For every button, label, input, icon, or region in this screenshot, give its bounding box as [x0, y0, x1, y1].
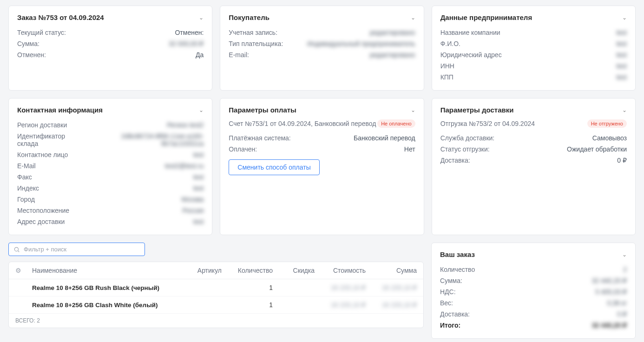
kv-value: Самовывоз [592, 134, 627, 142]
kv-row: Количество2 [440, 264, 627, 275]
kv-row: Доставка:0 ₽ [440, 309, 627, 320]
kv-row: Текущий статус:Отменен: [17, 27, 204, 38]
chevron-down-icon[interactable]: ⌄ [411, 14, 415, 21]
items-section: ⚙ Наименование Артикул Количество Скидка… [8, 243, 424, 328]
kv-key: Учетная запись: [229, 29, 277, 36]
order-title: Заказ №753 от 04.09.2024 [17, 13, 104, 21]
kv-row: НДС:5 405,03 ₽ [440, 286, 627, 297]
kv-value: 0 ₽ [617, 157, 627, 164]
item-name: Realme 10 8+256 GB Clash White (белый) [32, 302, 180, 309]
kv-row: Индексtest [17, 183, 204, 194]
table-row[interactable]: Realme 10 8+256 GB Rush Black (черный)11… [9, 279, 423, 296]
table-header: ⚙ Наименование Артикул Количество Скидка… [9, 262, 423, 279]
buyer-card: Покупатель ⌄ Учетная запись:редактирован… [220, 6, 424, 91]
kv-row: Служба доставки:Самовывоз [440, 132, 627, 144]
payment-card: Параметры оплаты ⌄ Счет №753/1 от 04.09.… [220, 98, 424, 235]
kv-row: ГородМосква [17, 194, 204, 205]
kv-value: редактировано [370, 29, 415, 36]
search-input[interactable] [24, 246, 140, 253]
footer-label: ВСЕГО: [15, 317, 35, 324]
kv-row: Оплачен:Нет [229, 144, 415, 155]
svg-line-1 [18, 250, 20, 252]
kv-key: Доставка: [440, 310, 470, 318]
chevron-down-icon[interactable]: ⌄ [622, 251, 627, 258]
order-rows: Текущий статус:Отменен:Сумма:32 000,00 ₽… [17, 27, 204, 60]
col-name: Наименование [32, 267, 180, 274]
contact-title: Контактная информация [17, 106, 103, 114]
kv-value: 2 [623, 266, 627, 273]
kv-key: КПП [440, 73, 453, 81]
kv-row: Регион доставкиРегион test2 [17, 119, 204, 131]
kv-key: НДС: [440, 288, 456, 296]
kv-value: Банковский перевод [354, 134, 415, 142]
kv-value: 2d8c86724-8f66-11ee-a183-9b7ac10331ca [85, 132, 204, 147]
kv-key: Индекс [17, 184, 39, 192]
kv-value: Да [196, 51, 204, 59]
item-price: 16 220,10 ₽ [315, 284, 366, 291]
chevron-down-icon[interactable]: ⌄ [622, 107, 627, 113]
kv-row: Тип плательщика:Индивидуальный предприни… [229, 38, 415, 49]
summary-card: Ваш заказ ⌄ Количество2Сумма:32 440,20 ₽… [431, 243, 636, 339]
kv-row: Идентификатор склада2d8c86724-8f66-11ee-… [17, 131, 204, 149]
total-value: 32 440,20 ₽ [592, 322, 627, 329]
kv-value: 0 ₽ [617, 310, 627, 318]
entrepreneur-title: Данные предпринимателя [440, 13, 532, 21]
col-sum: Сумма [366, 267, 417, 274]
kv-value: Москва [182, 196, 204, 203]
kv-row: Доставка:0 ₽ [440, 155, 627, 166]
kv-row: Статус отгрузки:Ожидает обработки [440, 144, 627, 155]
kv-value: test [616, 51, 627, 59]
kv-row: Отменен:Да [17, 49, 204, 60]
items-table: ⚙ Наименование Артикул Количество Скидка… [8, 262, 424, 328]
item-sum: 16 220,10 ₽ [366, 301, 417, 309]
kv-key: Статус отгрузки: [440, 145, 490, 153]
kv-row: Учетная запись:редактировано [229, 27, 415, 38]
kv-row: Факсtest [17, 171, 204, 183]
item-qty: 1 [222, 284, 273, 291]
chevron-down-icon[interactable]: ⌄ [199, 107, 204, 113]
payment-title: Параметры оплаты [229, 106, 296, 114]
kv-row: Контактное лицоtest [17, 149, 204, 160]
entrepreneur-card: Данные предпринимателя ⌄ Название компан… [432, 6, 636, 91]
chevron-down-icon[interactable]: ⌄ [199, 14, 204, 21]
table-footer: ВСЕГО: 2 [9, 314, 423, 328]
kv-value: test [193, 151, 204, 158]
kv-value: test [616, 73, 627, 81]
table-row[interactable]: Realme 10 8+256 GB Clash White (белый)11… [9, 296, 423, 314]
col-price: Стоимость [315, 267, 366, 274]
delivery-card: Параметры доставки ⌄ Отгрузка №753/2 от … [432, 98, 636, 235]
order-card: Заказ №753 от 04.09.2024 ⌄ Текущий стату… [8, 6, 212, 91]
kv-key: Текущий статус: [17, 29, 66, 36]
kv-row: E-Mailtest2@test.ru [17, 160, 204, 171]
col-discount: Скидка [273, 267, 315, 274]
chevron-down-icon[interactable]: ⌄ [622, 14, 627, 21]
item-name: Realme 10 8+256 GB Rush Black (черный) [32, 284, 180, 291]
kv-value: Индивидуальный предприниматель [307, 40, 415, 47]
footer-count: 2 [37, 317, 40, 324]
kv-value: 32 000,00 ₽ [169, 40, 204, 47]
kv-value: 5 405,03 ₽ [596, 288, 627, 296]
delivery-title: Параметры доставки [440, 106, 514, 114]
kv-value: Россия [182, 207, 204, 214]
kv-row: Платёжная система:Банковский перевод [229, 132, 415, 144]
search-input-wrap[interactable] [8, 243, 145, 256]
kv-value: test [193, 173, 204, 181]
delivery-sub: Отгрузка №753/2 от 04.09.2024 [440, 120, 535, 127]
kv-key: E-mail: [229, 51, 249, 59]
kv-key: Название компании [440, 29, 500, 36]
gear-icon[interactable]: ⚙ [15, 267, 32, 274]
item-qty: 1 [222, 301, 273, 309]
kv-value: Нет [404, 145, 415, 153]
kv-value: test [193, 218, 204, 225]
kv-row: Название компанииtest [440, 27, 627, 38]
contact-card: Контактная информация ⌄ Регион доставкиР… [8, 98, 212, 235]
delivery-rows: Служба доставки:СамовывозСтатус отгрузки… [440, 132, 627, 166]
col-qty: Количество [222, 267, 273, 274]
payment-sub: Счет №753/1 от 04.09.2024, Банковский пе… [229, 120, 376, 127]
chevron-down-icon[interactable]: ⌄ [411, 107, 415, 113]
kv-value: 32 440,20 ₽ [592, 277, 627, 284]
kv-value: test [193, 184, 204, 192]
change-payment-button[interactable]: Сменить способ оплаты [229, 159, 319, 175]
kv-key: Оплачен: [229, 145, 257, 153]
kv-key: E-Mail [17, 162, 36, 170]
